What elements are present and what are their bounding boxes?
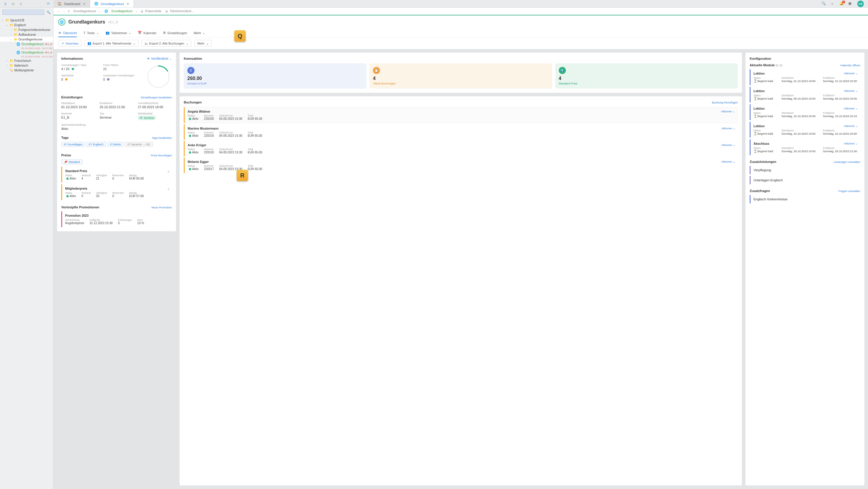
search-icon[interactable]: 🔍: [46, 10, 51, 14]
booking-actions[interactable]: Aktionen ⌄: [721, 143, 735, 146]
module-item[interactable]: Lektion Status⌛Beginnt bald StartdatumSo…: [750, 87, 860, 103]
tree-node[interactable]: ⌄📁Englisch: [0, 23, 53, 27]
nav-tab-einstellungen[interactable]: ⚙Einstellungen: [163, 29, 187, 37]
module-actions[interactable]: Aktionen ⌄: [844, 124, 858, 128]
add-icon[interactable]: ＋: [831, 1, 835, 6]
price-name: Standard Preis: [65, 169, 169, 173]
tree-node[interactable]: 🏷️Multiangebote: [0, 68, 53, 72]
promo-item[interactable]: Promotion 2023 VerrechnungAngebotspreis …: [61, 211, 172, 227]
tree-node[interactable]: ⌄📁Grundlagenkurse: [0, 37, 53, 42]
settings-edit-link[interactable]: Einstellungen bearbeiten: [141, 96, 172, 99]
tree-node[interactable]: 🌐Grundlagenkurs #E1_B: [0, 42, 53, 46]
questions-manage-link[interactable]: Fragen verwalten: [839, 189, 860, 193]
tags-edit-link[interactable]: Tags bearbeiten: [152, 136, 172, 139]
price-item[interactable]: Mitgliederpreis StatusAktiv Verkauft0 Ve…: [61, 184, 172, 200]
crumb-action[interactable]: 🖨Präsenzliste: [141, 9, 161, 13]
nav-tab-kalender[interactable]: 📅Kalender: [138, 29, 156, 37]
close-icon[interactable]: ✕: [83, 2, 86, 6]
tree-node[interactable]: 🌐Grundlagenkurs #E1_B: [0, 50, 53, 55]
calendar-open-link[interactable]: Kalender öffnen: [840, 64, 860, 67]
back-icon[interactable]: ←: [57, 9, 60, 13]
close-icon[interactable]: ✕: [126, 2, 129, 6]
tab-dashboard[interactable]: 🏠Dashboard✕: [54, 0, 90, 7]
booking-item[interactable]: Maxime Mustermann StatusAktiv Nummer2203…: [184, 124, 738, 140]
module-actions[interactable]: Aktionen ⌄: [844, 72, 858, 75]
bell-icon[interactable]: 🔔1: [839, 1, 844, 6]
avatar[interactable]: CS: [857, 1, 864, 7]
progress-ring: [145, 63, 172, 90]
drag-handle-icon[interactable]: ≡: [168, 170, 169, 173]
tag[interactable]: 🏷 Berlin: [107, 142, 124, 147]
booking-actions[interactable]: Aktionen ⌄: [721, 110, 735, 113]
booking-actions[interactable]: Aktionen ⌄: [721, 127, 735, 130]
tree-node[interactable]: ›📁Aufbaukurse: [0, 32, 53, 37]
toolbar-button[interactable]: Mehr ⌄: [194, 40, 212, 47]
tree-node[interactable]: ›📁Fortgeschrittenenkurse: [0, 27, 53, 32]
nav-tab-teilnehmer[interactable]: 👥Teilnehmer ⌄: [105, 29, 131, 37]
toolbar: ↗Vorschau👥Export 1: Alle Teilnehmende ⌄🗂…: [54, 37, 868, 49]
nav-tab-texte[interactable]: TTexte ⌄: [83, 29, 99, 37]
top-bar: ⎘ ▦ 🗑 ⟳ 🏠Dashboard✕🌐Grundlagenkurs✕ 🔍 ＋ …: [0, 0, 868, 8]
page-code: #E1_B: [108, 20, 118, 24]
field-label: Gültig bis: [90, 219, 113, 222]
booking-name: Anke Krüger: [188, 143, 735, 147]
kpi-value: 260.00: [187, 76, 363, 81]
hourglass-icon: ⌛: [753, 132, 756, 135]
module-actions[interactable]: Aktionen ⌄: [844, 142, 858, 145]
toolbar-button[interactable]: 👥Export 1: Alle Teilnehmende ⌄: [85, 40, 138, 47]
promo-name: Promotion 2023: [65, 214, 169, 217]
module-actions[interactable]: Aktionen ⌄: [844, 107, 858, 110]
list-icon: ≡: [68, 9, 70, 13]
booking-name: Maxime Mustermann: [188, 127, 735, 130]
tree-node[interactable]: ›📁Französisch: [0, 58, 53, 63]
copy-icon[interactable]: ▦: [11, 1, 16, 6]
tab-label: Übersicht: [63, 31, 77, 35]
tree-node[interactable]: ⌄📁SprachCB: [0, 18, 53, 23]
booking-actions[interactable]: Aktionen ⌄: [721, 160, 735, 163]
module-item[interactable]: Lektion Status⌛Beginnt bald StartdatumSo…: [750, 69, 860, 85]
apps-icon[interactable]: ▦: [848, 1, 853, 6]
toolbar-button[interactable]: ↗Vorschau: [58, 40, 82, 47]
nav-tab-mehr[interactable]: Mehr ⌄: [194, 29, 205, 37]
tag[interactable]: 🏷 Sprache → DE: [125, 142, 153, 147]
price-add-link[interactable]: Preis hinzufügen: [151, 154, 172, 157]
refresh-icon[interactable]: ⟳: [46, 1, 51, 6]
publish-status[interactable]: 👁Veröffentlicht⌄: [147, 57, 172, 60]
price-item[interactable]: Standard Preis StatusAktiv Verkauft4 Ver…: [61, 167, 172, 183]
module-item[interactable]: Lektion Status⌛Beginnt bald StartdatumSo…: [750, 122, 860, 138]
button-label: Mehr: [197, 42, 205, 45]
extra-item[interactable]: Unterlagen Englisch: [750, 176, 860, 184]
page-header: 🌐 Grundlagenkurs #E1_B 👁ÜbersichtTTexte …: [54, 15, 868, 37]
booking-item[interactable]: Melanie Egger StatusAktiv Nummer220317 G…: [184, 158, 738, 173]
toolbar-button[interactable]: 🗂Export 2: Alle Buchungen ⌄: [142, 40, 191, 47]
tree-search-input[interactable]: [2, 9, 44, 15]
tab-icon: 📅: [138, 31, 142, 35]
kpi-card: Kennzahlen €260.00Umsatz in EUR📋4Aktive …: [180, 53, 742, 93]
prices-title: Preise: [61, 153, 71, 157]
hourglass-icon: ⌛: [753, 79, 756, 83]
search-icon[interactable]: 🔍: [822, 1, 826, 6]
booking-item[interactable]: Anke Krüger StatusAktiv Nummer220318 Geb…: [184, 141, 738, 156]
module-item[interactable]: Lektion Status⌛Beginnt bald StartdatumSo…: [750, 104, 860, 120]
booking-add-link[interactable]: Buchung hinzufügen: [712, 101, 738, 104]
extras-manage-link[interactable]: Leistungen verwalten: [834, 160, 860, 163]
tab-grundlagenkurs[interactable]: 🌐Grundlagenkurs✕: [90, 0, 134, 7]
tag[interactable]: 🏷 Grundlagen: [61, 142, 85, 147]
crumb-parent[interactable]: Grundlagenkurse: [73, 9, 96, 13]
tree-node[interactable]: ›📁Italienisch: [0, 63, 53, 68]
extra-item[interactable]: Verpflegung: [750, 166, 860, 174]
tag[interactable]: 🏷 Englisch: [86, 142, 106, 147]
booking-item[interactable]: Angela Widmer StatusAktiv Nummer220320 G…: [184, 107, 738, 123]
button-icon: ↗: [61, 42, 64, 45]
question-item[interactable]: Englisch-Vorkenntnisse: [750, 195, 860, 203]
module-actions[interactable]: Aktionen ⌄: [844, 89, 858, 93]
config-card: Konfiguration Aktuelle Module (5 / 5) Ka…: [745, 53, 864, 485]
drag-handle-icon[interactable]: ≡: [168, 187, 169, 191]
trash-icon[interactable]: 🗑: [19, 1, 23, 6]
kpi-label: Umsatz in EUR: [187, 82, 363, 85]
promo-add-link[interactable]: Neue Promotion: [151, 206, 172, 209]
tree-icon[interactable]: ⎘: [3, 1, 8, 6]
nav-tab-übersicht[interactable]: 👁Übersicht: [58, 29, 77, 37]
module-item[interactable]: Abschluss Status⌛Beginnt bald Startdatum…: [750, 139, 860, 155]
crumb-action[interactable]: 🖨Teilnehmendenli...: [165, 9, 194, 13]
